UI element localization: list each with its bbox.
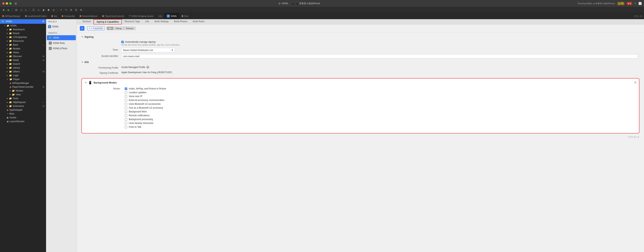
layout-icon[interactable]: ⊟ <box>74 8 78 12</box>
sidebar-item-assets[interactable]: ◼ Assets <box>0 116 46 120</box>
sidebar-item-main[interactable]: ✕ Main <box>0 112 46 116</box>
tab-nswl[interactable]: N NSWL <box>164 13 180 19</box>
minimize-button[interactable] <box>6 2 8 4</box>
mode-nearby-checkbox[interactable] <box>125 122 127 125</box>
nav-build-settings[interactable]: Build Settings <box>152 19 171 24</box>
auto-signing-checkbox-label[interactable]: Automatically manage signing <box>121 41 638 43</box>
split-right-icon[interactable]: ▷ <box>637 14 639 17</box>
warning-tab-icon[interactable]: ⚠ <box>640 14 642 17</box>
sidebar-item-httprequest[interactable]: ▶ 📁 HttpRequest — <box>0 100 46 104</box>
sidebar-group-nswl[interactable]: ▼ 📁 NSWL <box>0 24 46 28</box>
signing-header[interactable]: ▼ Signing <box>81 35 640 38</box>
nav-signing-capabilities[interactable]: Signing & Capabilities <box>94 19 122 24</box>
sidebar-item-login[interactable]: ▶ 📁 Login <box>0 74 46 77</box>
run-icon[interactable]: ▶ <box>7 8 10 12</box>
warning-toolbar-icon[interactable]: ⚠ <box>37 8 40 12</box>
filter-debug[interactable]: Debug <box>113 27 124 30</box>
mode-btle-checkbox[interactable] <box>125 103 127 105</box>
sidebar-item-appdelegate[interactable]: ◆ AppDelegate <box>0 108 46 112</box>
error-badge[interactable]: ● 1 <box>627 2 632 5</box>
split-left-icon[interactable]: ◁ <box>634 14 636 17</box>
mode-bgfetch-checkbox[interactable] <box>125 111 127 113</box>
sidebar-item-base[interactable]: ▶ 📁 Base — <box>0 43 46 47</box>
sidebar-root[interactable]: N NSWL M <box>0 19 46 24</box>
sidebar-item-others[interactable]: ▶ 📁 Others M <box>0 70 46 74</box>
sidebar-item-newsearch[interactable]: ▶ 📁 NewSearch <box>0 28 46 31</box>
record-icon[interactable]: ⏺ <box>47 8 50 12</box>
sidebar-item-result[interactable]: ▶ 📁 Result <box>0 31 46 35</box>
search-toolbar-icon[interactable]: ⊕ <box>79 8 83 12</box>
nav-build-rules[interactable]: Build Rules <box>190 19 207 24</box>
tab-disc[interactable]: Disc <box>180 13 191 19</box>
sidebar-item-tools[interactable]: ▶ 📁 Tools <box>0 97 46 100</box>
tab-playerviewcontroller[interactable]: PlayerViewController <box>100 13 127 19</box>
tab-localhistoryposition[interactable]: LocalHistoryPosition <box>23 13 49 19</box>
window-button[interactable]: ⬜ <box>638 2 642 5</box>
nav-info[interactable]: Info <box>142 19 152 24</box>
sidebar-item-discover[interactable]: ▶ 📁 Discover M <box>0 54 46 58</box>
target-nswluitests[interactable]: U NSWLUITests <box>47 46 76 51</box>
menu-icon[interactable]: ≡ <box>59 8 63 12</box>
team-select[interactable]: Naxos Global Distribution Ltd ⬇ <box>121 48 638 52</box>
grid-icon[interactable]: ⊞ <box>14 8 18 12</box>
team-select-box[interactable]: Naxos Global Distribution Ltd ⬇ <box>121 48 175 52</box>
panel-icon: ≡ <box>80 26 84 31</box>
auto-signing-checkbox[interactable] <box>121 41 124 43</box>
tab-api[interactable]: Api <box>49 13 60 19</box>
edit-icon[interactable]: ✎ <box>64 8 68 12</box>
folder-icon: 📁 <box>9 32 12 35</box>
maximize-button[interactable] <box>9 2 12 4</box>
nav-resource-tags[interactable]: Resource Tags <box>122 19 142 24</box>
sidebar-item-search[interactable]: ▶ 📁 Search <box>0 62 46 66</box>
sidebar-item-aliplayermanger[interactable]: ◆ AliPlayerManger <box>0 81 46 85</box>
sidebar-item-models[interactable]: ▶ 📁 Models <box>0 47 46 51</box>
project-item[interactable]: N NSWL <box>46 24 76 29</box>
mode-bgprocessing-checkbox[interactable] <box>125 118 127 121</box>
sidebar-item-lyemptyview[interactable]: ▶ 📁 LYEmptyView <box>0 35 46 39</box>
sidebar-item-library[interactable]: ▶ 📁 Library <box>0 66 46 70</box>
sidebar-toggle-icon[interactable]: ⊞ <box>14 2 17 5</box>
mode-btperipheral-checkbox[interactable] <box>125 107 127 109</box>
tab-sessionnetwork[interactable]: SessionNetwork <box>77 13 100 19</box>
sidebar-item-resources[interactable]: ▶ 📁 Resources <box>0 39 46 43</box>
target-nswltests[interactable]: T NSWLTests <box>47 41 76 46</box>
bundle-id-field[interactable]: com.naxos.nswl <box>121 54 638 58</box>
mode-audio-checkbox[interactable] <box>125 88 127 90</box>
target-nswl[interactable]: N NSWL <box>47 35 76 40</box>
delete-bg-modes-button[interactable]: 🗑 <box>634 81 637 84</box>
nav-build-phases[interactable]: Build Phases <box>171 19 190 24</box>
tab-aliplayermanger[interactable]: AliPlayerManger <box>0 13 23 19</box>
forward-nav-icon[interactable]: ▷ <box>24 8 28 12</box>
checkbox-icon[interactable]: ☑ <box>32 8 35 12</box>
diamond-icon[interactable]: ◆ <box>42 8 45 12</box>
stop-icon[interactable]: ■ <box>2 8 5 12</box>
warning-badge[interactable]: ⚠ 70 <box>617 2 624 5</box>
mode-remotenotif-checkbox[interactable] <box>125 114 127 117</box>
target-icon[interactable]: ◎ <box>52 8 55 12</box>
close-button[interactable] <box>2 2 4 4</box>
back-nav-icon[interactable]: ◁ <box>20 8 23 12</box>
sidebar-item-launchscreen[interactable]: ▣ LaunchScreen <box>0 120 46 123</box>
ios-section-header[interactable]: ▼ iOS <box>81 61 640 64</box>
mode-external-checkbox[interactable] <box>125 99 127 102</box>
sidebar-item-player-view[interactable]: ▶ 📁 View <box>0 93 46 97</box>
mode-location-checkbox[interactable] <box>125 91 127 94</box>
sidebar-item-player-models[interactable]: ▶ 📁 Models <box>0 89 46 93</box>
add-toolbar-icon[interactable]: ⊕ <box>69 8 73 12</box>
mode-pushtotalk-checkbox[interactable] <box>125 126 127 128</box>
sidebar-item-views[interactable]: ▶ 📁 Views <box>0 51 46 54</box>
sidebar-item-playerviewcontroller[interactable]: ◆ PlayerViewController M <box>0 85 46 89</box>
info-icon[interactable]: i <box>146 66 149 69</box>
sidebar-item-extensions[interactable]: ▶ 📁 Extensions M <box>0 104 46 108</box>
add-button[interactable]: + <box>634 2 636 5</box>
tab-bridging-header[interactable]: H NSWL-Bridging-Header <box>127 13 156 19</box>
sidebar-item-detail[interactable]: ▶ 📁 Detail M <box>0 58 46 62</box>
tab-sessionapi[interactable]: SessionApi <box>60 13 77 19</box>
filter-release[interactable]: Release <box>124 27 136 30</box>
sidebar-item-player[interactable]: ▼ 📁 Player <box>0 77 46 81</box>
tab-info[interactable]: Info <box>156 13 164 19</box>
add-capability-button[interactable]: + + Capability <box>87 26 105 30</box>
nav-general[interactable]: General <box>80 19 94 24</box>
filter-all[interactable]: All <box>107 27 113 30</box>
mode-voip-checkbox[interactable] <box>125 95 127 98</box>
